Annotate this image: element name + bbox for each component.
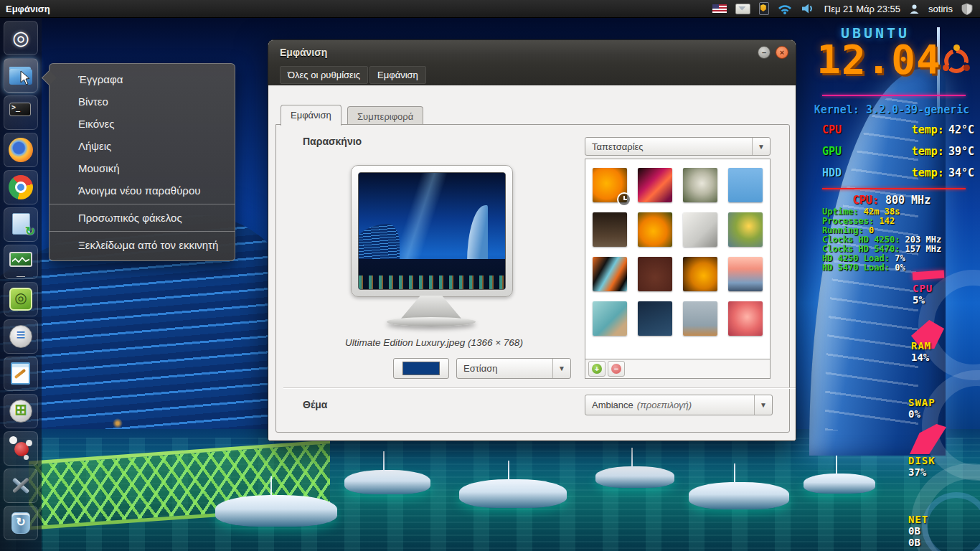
shield-icon[interactable] [961,3,973,15]
conky-separator [822,95,966,96]
launcher-item-gedit[interactable] [4,357,38,391]
remove-wallpaper-button[interactable]: − [608,361,625,377]
wallpaper-thumbnail[interactable] [638,212,672,247]
background-color-swatch [402,362,440,375]
conky-stat-clock-hd4250: Clocks HD 4250: 203 MHz [822,235,976,245]
wallpaper-thumbnail[interactable] [683,168,717,202]
close-button[interactable]: × [776,46,788,59]
section-separator [283,387,796,388]
wallpaper-thumbnail[interactable] [728,301,763,336]
launcher-item-molecule[interactable] [4,431,38,466]
add-wallpaper-button[interactable]: + [588,361,606,377]
wallpaper-thumbnail[interactable] [593,301,627,336]
window-titlebar[interactable]: Εμφάνιση – × [268,40,796,64]
wallpaper-thumbnail[interactable] [683,212,717,247]
wallpaper-sail-stripes [825,93,918,430]
wallpaper-thumbnail[interactable] [728,212,763,247]
trash-icon [6,509,35,537]
launcher-item-calc[interactable] [4,394,38,428]
tab-behavior[interactable]: Συμπεριφορά [347,106,423,125]
updater-icon [6,210,35,239]
conky-stat-clock-hd5470: Clocks HD 5470: 157 MHz [822,244,976,254]
quicklist-item[interactable]: Έγγραφα [50,68,235,90]
quicklist-item[interactable]: Εικόνες [50,113,235,135]
launcher-item-updater[interactable] [4,207,38,242]
launcher-item-trash[interactable] [4,506,38,540]
volume-icon[interactable] [801,3,816,14]
launcher-item-writer[interactable] [4,319,38,354]
desktop: UBUNTU 12.04 Kernel: 3.2.0-39-generic CP… [0,0,980,551]
launcher-item-swcenter[interactable] [4,282,38,316]
wallpaper-thumbnail[interactable] [593,168,627,202]
quicklist-item[interactable]: Βίντεο [50,90,235,113]
quicklist-item[interactable]: Προσωπικός φάκελος [50,207,235,229]
gauge-ring [922,370,980,481]
conky-separator [822,188,966,189]
monitor-base [387,317,476,326]
wallpaper-boat [459,479,567,508]
launcher-item-firefox[interactable] [4,133,38,167]
session-username[interactable]: sotiris [928,4,953,14]
sysmon-icon [6,248,35,276]
launcher-item-terminal[interactable] [4,95,38,130]
wallpaper-thumbnail[interactable] [683,257,717,291]
terminal-icon [6,98,35,127]
launcher-item-dash[interactable] [4,21,38,55]
wallpapers-dropdown[interactable]: Ταπετσαρίες ▼ [585,137,771,156]
theme-section-heading: Θέμα [303,399,327,410]
quicklist-item[interactable]: Λήψεις [50,135,235,157]
wallpaper-toolbar: + − [585,359,771,379]
wallpaper-sail-tower [809,68,946,456]
conky-stat-load-hd5470: HD 5470 Load: 0% [822,263,976,273]
top-panel: Εμφάνιση Πεμ 21 Μάρ 23:55 sotiris [0,0,980,18]
wallpaper-thumbnail[interactable] [638,168,672,202]
gauge-ring [922,492,980,551]
chevron-down-icon: ▼ [552,359,570,378]
wallpaper-thumbnail[interactable] [683,301,717,336]
wallpaper-thumbnail[interactable] [728,257,763,291]
keyboard-indicator-icon[interactable] [735,4,750,14]
theme-dropdown[interactable]: Ambiance(προεπιλογή) ▼ [585,395,773,415]
cpu-gauge-needle [913,270,945,280]
minimize-button[interactable]: – [758,46,771,59]
conky-gpu-temp: GPU temp: 39°C [822,145,974,158]
launcher-item-tools[interactable] [4,468,38,503]
tools-icon [6,471,35,500]
battery-icon[interactable] [759,2,769,15]
chevron-down-icon: ▼ [752,138,770,155]
wallpaper-thumbnail[interactable] [638,257,672,291]
conky-stat-load-hd4250: HD 4250 Load: 7% [822,253,976,263]
chevron-down-icon: ▼ [754,395,772,415]
background-section-heading: Παρασκήνιο [303,136,362,147]
wallpaper-thumbnail[interactable] [638,301,672,336]
launcher-item-chrome[interactable] [4,170,38,204]
calc-icon [6,397,35,425]
conky-gauge-swap: SWAP 0% [908,397,936,420]
unity-launcher [0,18,42,551]
wifi-icon[interactable] [778,3,792,14]
theme-dropdown-value: Ambiance(προεπιλογή) [585,400,754,410]
wallpaper-thumbnail[interactable] [728,168,763,202]
tab-appearance[interactable]: Εμφάνιση [281,105,341,126]
breadcrumb-appearance[interactable]: Εμφάνιση [369,66,426,84]
quicklist-item[interactable]: Ξεκλείδωμα από τον εκκινητή [50,234,235,256]
ubuntu-logo-icon [941,46,971,76]
current-wallpaper-badge [617,192,631,207]
conky-gauge-disk: DISK 37% [908,455,936,478]
wallpaper-thumbnail[interactable] [593,257,627,291]
background-color-button[interactable] [393,358,449,379]
zoom-mode-dropdown[interactable]: Εστίαση ▼ [456,358,571,379]
chrome-icon [6,173,35,202]
quicklist-item[interactable]: Άνοιγμα νέου παραθύρου [50,179,235,202]
wallpaper-thumbnail[interactable] [593,212,627,247]
molecule-icon [6,434,35,463]
quicklist-item[interactable]: Μουσική [50,157,235,179]
conky-stat-uptime: Uptime: 42m 38s [822,207,976,217]
tab-panel: Παρασκήνιο Ultimate Edition Luxury.jpeg … [275,124,790,433]
launcher-item-sysmon[interactable] [4,245,38,279]
conky-monitor: UBUNTU 12.04 Kernel: 3.2.0-39-generic CP… [804,19,980,551]
breadcrumb-all-settings[interactable]: Όλες οι ρυθμίσεις [280,66,368,84]
background-preview-screen [358,172,506,290]
us-flag-icon[interactable] [712,4,727,13]
panel-clock[interactable]: Πεμ 21 Μάρ 23:55 [824,4,900,14]
